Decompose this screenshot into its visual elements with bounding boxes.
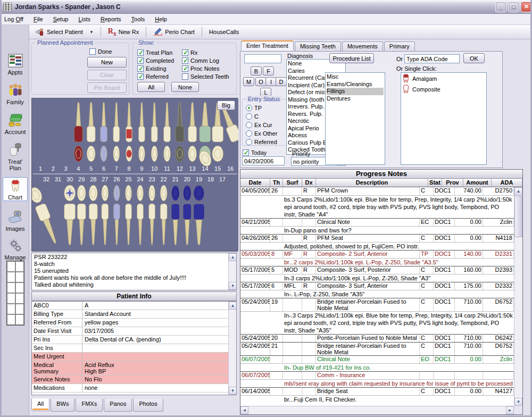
entry-status-radio-tp[interactable]: TP <box>246 104 277 112</box>
tooth-4[interactable] <box>74 146 82 162</box>
progress-notes-header[interactable]: DateThSurfDxDescriptionStatProvAmountADA… <box>240 179 522 187</box>
show-checkbox-completed[interactable]: Completed <box>137 56 174 64</box>
surface-button-O[interactable]: O <box>255 77 267 86</box>
today-checkbox[interactable]: Today <box>243 148 267 156</box>
tooth-8[interactable] <box>126 146 132 162</box>
procedure-note[interactable]: In- Dup BW of #19-#21 for ins co. <box>240 363 514 371</box>
procedure-note[interactable]: In-Dup pano and bws for? <box>240 226 514 234</box>
show-checkbox-comm-log[interactable]: Comm Log <box>182 56 229 64</box>
tab-missing-teeth[interactable]: Missing Teeth <box>295 41 341 52</box>
tooth-30[interactable] <box>64 185 76 201</box>
entry-status-radio-referred[interactable]: Referred <box>246 138 277 146</box>
new-rx-button[interactable]: Rx New Rx <box>104 26 143 38</box>
perio-chart-button[interactable]: Perio Chart <box>149 26 198 38</box>
pin-board-button[interactable]: Pin Board <box>87 82 127 93</box>
minimize-button[interactable]: _ <box>495 2 506 12</box>
procedure-note[interactable]: bs.3 Carps 2%Lido/1:100k epi. Blue bite … <box>240 195 514 218</box>
show-none-button[interactable]: None <box>171 82 199 92</box>
tooth-6[interactable] <box>101 146 107 162</box>
ada-code-input[interactable] <box>404 54 460 63</box>
procedure-note[interactable]: In-. L-Pop, Z-250, Shade "A35" <box>240 290 514 298</box>
show-checkbox-treat-plan[interactable]: Treat Plan <box>137 48 174 56</box>
column-header-prov[interactable]: Prov <box>442 179 463 187</box>
progress-notes-hscrollbar[interactable]: ◄ ► <box>240 406 514 414</box>
progress-note-row[interactable]: 05/17/20055MODRComposite- 3 Surf, Poster… <box>240 266 514 274</box>
tab-enter-treatment[interactable]: Enter Treatment <box>241 40 294 51</box>
scroll-down-icon[interactable]: ▼ <box>229 387 237 395</box>
radio-circle[interactable] <box>246 122 252 128</box>
scroll-right-icon[interactable]: ► <box>506 406 514 414</box>
tooth-15[interactable] <box>212 146 223 162</box>
scrollbar-thumb[interactable] <box>514 196 522 237</box>
show-checkbox-referred[interactable]: Referred <box>137 72 174 80</box>
image-tab-fmxs[interactable]: FMXs <box>76 399 103 412</box>
entry-status-radio-c[interactable]: C <box>246 112 277 120</box>
checkbox-box[interactable] <box>182 65 188 72</box>
title-bar[interactable]: Jordan Sparks - Spander , Jason C _ □ ✕ <box>0 0 532 14</box>
column-header-date[interactable]: Date <box>240 179 270 187</box>
scroll-up-icon[interactable]: ▲ <box>229 302 237 310</box>
entry-status-radio-ex-other[interactable]: Ex Other <box>246 129 277 137</box>
tooth-27[interactable] <box>102 185 109 201</box>
sidebar-item-family[interactable]: Family <box>3 84 28 105</box>
tooth-7[interactable] <box>113 146 120 162</box>
single-click-listbox[interactable]: AmalgamComposite <box>401 72 487 165</box>
column-header-description[interactable]: Description <box>316 179 428 187</box>
radio-circle[interactable] <box>246 139 252 145</box>
scroll-down-icon[interactable]: ▼ <box>514 398 522 406</box>
checkbox-box[interactable] <box>137 57 144 64</box>
sidebar-item-account[interactable]: Account <box>3 113 28 135</box>
category-item[interactable]: Dentures <box>327 95 384 103</box>
big-chart-button[interactable]: Big <box>217 101 235 110</box>
progress-note-row[interactable]: 04/05/200526RPFM CrownCDOC1740.00D2750 <box>240 187 514 195</box>
tooth-9[interactable] <box>138 146 145 162</box>
tooth-28[interactable] <box>89 185 97 201</box>
done-checkbox-box[interactable] <box>89 48 96 55</box>
show-checkbox-rx[interactable]: Rx <box>182 48 229 56</box>
radio-circle[interactable] <box>246 105 252 111</box>
checkbox-box[interactable] <box>137 73 144 80</box>
tooth-26[interactable] <box>113 185 120 201</box>
image-tab-bws[interactable]: BWs <box>51 399 74 412</box>
column-header-dx[interactable]: Dx <box>302 179 316 187</box>
menu-item-tools[interactable]: Tools <box>131 16 145 22</box>
procedure-date-input[interactable] <box>242 156 285 165</box>
progress-note-row[interactable]: 04/21/2005Clinical NoteECDOC10.00Zclin <box>240 218 514 226</box>
progress-note-row[interactable]: 06/07/2005Clinical NoteEODOC10.00Zclin <box>240 355 514 363</box>
image-tab-photos[interactable]: Photos <box>133 399 163 412</box>
tooth-29[interactable] <box>77 185 86 201</box>
progress-notes-vscrollbar[interactable]: ▲ ▼ <box>514 187 522 406</box>
scroll-left-icon[interactable]: ◄ <box>240 406 248 414</box>
maximize-button[interactable]: □ <box>508 2 519 12</box>
surface-button-F[interactable]: F <box>263 66 274 76</box>
sidebar-item-manage[interactable]: Manage <box>3 239 28 261</box>
tooth-21[interactable] <box>171 185 180 201</box>
tab-movements[interactable]: Movements <box>342 41 383 52</box>
procedure-list-button[interactable]: Procedure List <box>329 53 374 63</box>
tooth-chart[interactable]: 1234567891011121314151632313029282726252… <box>31 98 238 252</box>
chart-notes-box[interactable]: PSR 2332228-watch15 uneruptedPatient wan… <box>31 253 237 290</box>
patient-info-scrollbar[interactable]: ▲ ▼ <box>228 302 236 395</box>
image-tab-panos[interactable]: Panos <box>104 399 132 412</box>
close-button[interactable]: ✕ <box>521 2 532 12</box>
today-checkbox-box[interactable] <box>243 149 249 156</box>
select-patient-button[interactable]: Select Patient ▼ <box>31 26 97 38</box>
done-checkbox[interactable]: Done <box>89 47 112 55</box>
scroll-up-icon[interactable]: ▲ <box>229 253 237 261</box>
menu-item-reports[interactable]: Reports <box>101 16 121 22</box>
entry-status-radio-ex-cur[interactable]: Ex Cur <box>246 121 277 129</box>
menu-item-help[interactable]: Help <box>155 16 167 22</box>
menu-item-lists[interactable]: Lists <box>78 16 90 22</box>
sidebar-item-images[interactable]: Images <box>3 210 28 232</box>
column-header-surf[interactable]: Surf <box>283 179 302 187</box>
scroll-down-icon[interactable]: ▼ <box>229 282 237 290</box>
show-checkbox-proc-notes[interactable]: Proc Notes <box>182 64 229 72</box>
progress-note-row[interactable]: 06/07/2005Comm - Insurance <box>240 371 514 379</box>
radio-circle[interactable] <box>246 130 252 137</box>
progress-note-row[interactable]: 05/03/20058MFRComposite- 2 Surf, Anterio… <box>240 250 514 258</box>
surface-button-M[interactable]: M <box>243 77 254 86</box>
surface-button-D[interactable]: D <box>276 77 287 86</box>
mini-schedule-grid[interactable] <box>6 261 24 326</box>
checkbox-box[interactable] <box>137 49 144 56</box>
show-all-button[interactable]: All <box>137 82 165 92</box>
